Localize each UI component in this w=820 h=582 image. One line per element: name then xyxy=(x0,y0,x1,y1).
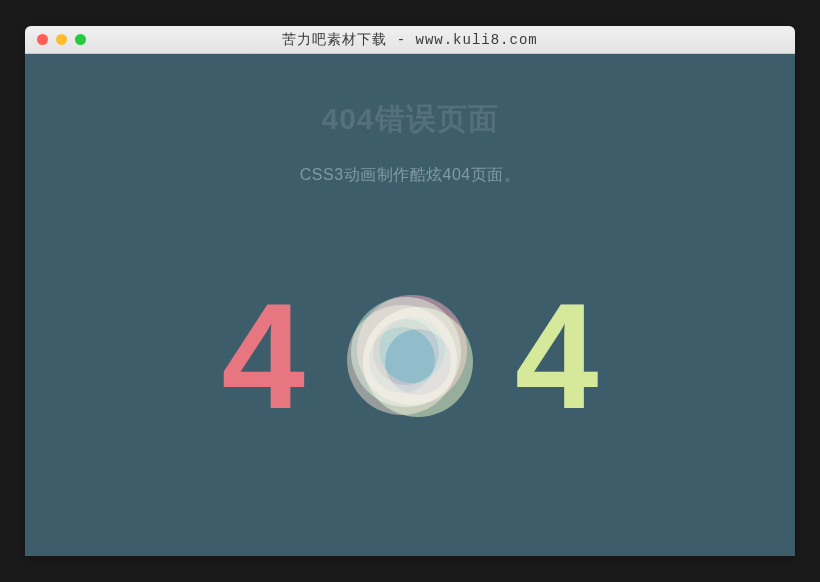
window-title: 苦力吧素材下载 - www.kuli8.com xyxy=(25,31,795,49)
window-titlebar: 苦力吧素材下载 - www.kuli8.com xyxy=(25,26,795,54)
page-heading: 404错误页面 xyxy=(25,99,795,140)
digit-four-left: 4 xyxy=(222,281,305,431)
page-content: 404错误页面 CSS3动画制作酷炫404页面。 4 4 xyxy=(25,54,795,431)
browser-window: 苦力吧素材下载 - www.kuli8.com 404错误页面 CSS3动画制作… xyxy=(25,26,795,556)
close-icon[interactable] xyxy=(37,34,48,45)
minimize-icon[interactable] xyxy=(56,34,67,45)
digit-four-right: 4 xyxy=(515,281,598,431)
spinning-rings-icon xyxy=(345,291,475,421)
window-controls xyxy=(25,34,86,45)
page-subtitle: CSS3动画制作酷炫404页面。 xyxy=(25,165,795,186)
maximize-icon[interactable] xyxy=(75,34,86,45)
error-404-graphic: 4 4 xyxy=(25,281,795,431)
